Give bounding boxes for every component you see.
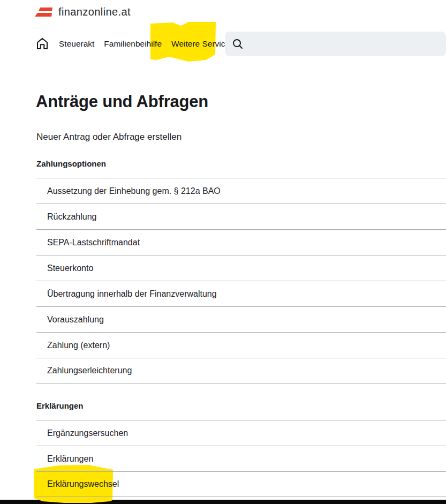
list-item-steuerkonto[interactable]: Steuerkonto — [36, 255, 446, 281]
search-icon — [232, 38, 244, 50]
section-heading-erklaerungen: Erklärungen — [36, 401, 84, 410]
home-icon[interactable] — [35, 36, 50, 51]
page-title: Anträge und Abfragen — [36, 92, 208, 111]
search-input[interactable] — [225, 32, 446, 56]
list-item-vorauszahlung[interactable]: Vorauszahlung — [36, 306, 446, 332]
nav-links: Steuerakt Familienbeihilfe Weitere Servi… — [59, 31, 234, 57]
list-item-erklaerungen[interactable]: Erklärungen — [36, 446, 446, 471]
list-item-aussetzung[interactable]: Aussetzung der Einhebung gem. § 212a BAO — [36, 178, 446, 204]
brand-logo[interactable]: finanzonline.at — [35, 6, 131, 18]
brand-name: finanzonline.at — [58, 6, 131, 18]
page-subtitle: Neuer Antrag oder Abfrage erstellen — [36, 132, 182, 142]
list-item-uebertragung[interactable]: Übertragung innerhalb der Finanzverwaltu… — [36, 281, 446, 306]
list-item-ergaenzungsersuchen[interactable]: Ergänzungsersuchen — [36, 420, 446, 446]
nav-item-steuerakt[interactable]: Steuerakt — [59, 39, 94, 49]
list-erklaerungen: Ergänzungsersuchen Erklärungen Erklärung… — [36, 420, 446, 497]
list-item-zahlung-extern[interactable]: Zahlung (extern) — [36, 332, 446, 358]
finanzonline-page: finanzonline.at Steuerakt Familienbeihil… — [0, 0, 446, 504]
section-heading-zahlungsoptionen: Zahlungsoptionen — [36, 159, 106, 168]
page-content: finanzonline.at Steuerakt Familienbeihil… — [0, 0, 446, 504]
list-item-zahlungserleichterung[interactable]: Zahlungserleichterung — [36, 358, 446, 383]
list-item-sepa-lastschriftmandat[interactable]: SEPA-Lastschriftmandat — [36, 229, 446, 255]
list-zahlungsoptionen: Aussetzung der Einhebung gem. § 212a BAO… — [36, 178, 446, 383]
main-nav: Steuerakt Familienbeihilfe Weitere Servi… — [35, 31, 446, 57]
list-item-rueckzahlung[interactable]: Rückzahlung — [36, 204, 446, 229]
nav-item-familienbeihilfe[interactable]: Familienbeihilfe — [104, 39, 162, 49]
list-item-erklaerungswechsel[interactable]: Erklärungswechsel — [36, 471, 446, 497]
austria-flag-icon — [35, 6, 54, 18]
